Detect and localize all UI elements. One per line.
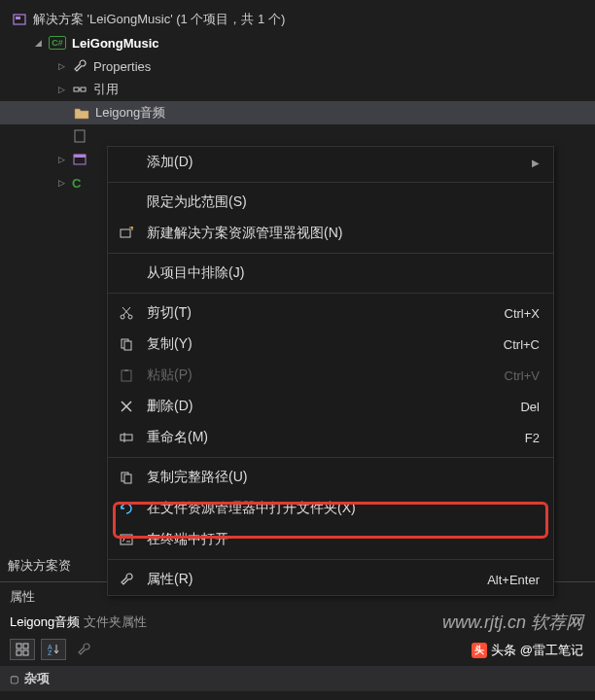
properties-category-misc[interactable]: ▢ 杂项: [0, 666, 595, 691]
properties-object-name: Leigong音频: [10, 614, 80, 629]
svg-point-10: [121, 315, 124, 319]
menu-shortcut: Alt+Enter: [487, 573, 540, 587]
properties-title: 属性: [10, 588, 35, 606]
menu-properties[interactable]: 属性(R) Alt+Enter: [108, 564, 553, 595]
menu-copy[interactable]: 复制(Y) Ctrl+C: [108, 329, 553, 360]
menu-shortcut: F2: [525, 431, 540, 445]
menu-label: 在终端中打开: [147, 531, 540, 548]
folder-node[interactable]: Leigong音频: [0, 101, 595, 124]
menu-new-view[interactable]: 新建解决方案资源管理器视图(N): [108, 218, 553, 249]
panel-label-truncated: 解决方案资: [8, 557, 71, 575]
c-label: C: [72, 176, 81, 191]
menu-label: 在文件资源管理器中打开文件夹(X): [147, 500, 540, 517]
menu-exclude[interactable]: 从项目中排除(J): [108, 258, 553, 289]
svg-rect-1: [16, 17, 20, 19]
menu-label: 限定为此范围(S): [147, 193, 540, 211]
svg-text:Z: Z: [48, 649, 52, 656]
csharp-badge-icon: C#: [49, 36, 66, 50]
menu-cut[interactable]: 剪切(T) Ctrl+X: [108, 298, 553, 329]
svg-rect-26: [23, 644, 28, 648]
menu-scope[interactable]: 限定为此范围(S): [108, 187, 553, 218]
project-node[interactable]: ◢ C# LeiGongMusic: [0, 31, 595, 54]
svg-point-11: [128, 315, 132, 319]
menu-label: 添加(D): [147, 154, 520, 171]
byline: 头 头条 @雷工笔记: [472, 642, 583, 659]
copy-icon: [118, 335, 135, 353]
svg-rect-25: [17, 644, 21, 648]
folder-label: Leigong音频: [95, 104, 165, 122]
menu-shortcut: Ctrl+C: [504, 337, 540, 352]
expander-icon[interactable]: ▷: [56, 85, 66, 94]
terminal-icon: [118, 531, 135, 548]
menu-label: 重命名(M): [147, 429, 513, 446]
wrench-icon: [118, 571, 135, 588]
menu-separator: [108, 457, 553, 458]
wrench-icon: [72, 58, 88, 74]
menu-open-folder[interactable]: 在文件资源管理器中打开文件夹(X): [108, 493, 553, 524]
category-label: 杂项: [24, 670, 50, 687]
project-label: LeiGongMusic: [72, 36, 159, 51]
menu-label: 粘贴(P): [147, 367, 493, 384]
delete-icon: [118, 398, 135, 415]
properties-object-type: 文件夹属性: [84, 614, 147, 629]
watermark-text: www.rjtj.cn 软荐网: [442, 611, 583, 634]
menu-label: 剪切(T): [147, 304, 493, 322]
menu-add[interactable]: 添加(D) ▶: [108, 147, 553, 178]
open-folder-icon: [118, 500, 135, 517]
svg-rect-16: [122, 370, 131, 381]
expander-icon[interactable]: ▷: [56, 155, 66, 164]
paste-icon: [118, 367, 135, 384]
solution-node[interactable]: 解决方案 'LeiGongMusic' (1 个项目，共 1 个): [0, 8, 595, 31]
menu-separator: [108, 559, 553, 560]
expand-icon[interactable]: ▢: [10, 674, 18, 684]
menu-label: 从项目中排除(J): [147, 264, 540, 282]
menu-label: 复制(Y): [147, 335, 492, 353]
expander-icon[interactable]: ▷: [56, 61, 66, 71]
menu-label: 属性(R): [147, 571, 475, 588]
expander-icon[interactable]: ◢: [33, 38, 43, 48]
form-icon: [72, 152, 88, 167]
menu-separator: [108, 253, 553, 254]
context-menu: 添加(D) ▶ 限定为此范围(S) 新建解决方案资源管理器视图(N) 从项目中排…: [107, 146, 554, 596]
menu-separator: [108, 293, 553, 294]
svg-rect-20: [121, 435, 132, 440]
tree-node-partial[interactable]: [0, 124, 595, 148]
references-node[interactable]: ▷ 引用: [0, 78, 595, 101]
file-icon: [72, 128, 88, 144]
solution-label: 解决方案 'LeiGongMusic' (1 个项目，共 1 个): [33, 11, 285, 28]
svg-rect-7: [74, 155, 86, 158]
svg-rect-17: [124, 369, 128, 371]
submenu-arrow-icon: ▶: [532, 158, 540, 168]
properties-label: Properties: [93, 59, 151, 74]
alphabetize-button[interactable]: AZ: [41, 639, 66, 660]
menu-rename[interactable]: 重命名(M) F2: [108, 422, 553, 453]
copy-icon: [118, 469, 135, 486]
toutiao-icon: 头: [472, 643, 487, 658]
svg-rect-2: [74, 88, 79, 91]
menu-delete[interactable]: 删除(D) Del: [108, 391, 553, 422]
svg-rect-23: [124, 474, 131, 483]
folder-icon: [74, 106, 89, 120]
svg-rect-28: [23, 650, 28, 655]
menu-paste: 粘贴(P) Ctrl+V: [108, 360, 553, 391]
menu-copy-path[interactable]: 复制完整路径(U): [108, 462, 553, 493]
menu-shortcut: Del: [520, 400, 540, 414]
expander-icon[interactable]: ▷: [56, 178, 66, 188]
cut-icon: [118, 304, 135, 322]
svg-rect-15: [124, 341, 131, 350]
new-view-icon: [118, 225, 135, 242]
wrench-icon: [76, 642, 91, 657]
svg-rect-8: [121, 229, 130, 237]
menu-terminal[interactable]: 在终端中打开: [108, 524, 553, 555]
categorize-button[interactable]: [10, 639, 35, 660]
menu-separator: [108, 182, 553, 183]
rename-icon: [118, 429, 135, 446]
properties-panel: 属性 Leigong音频 文件夹属性 AZ ▢ 杂项: [0, 581, 595, 691]
svg-rect-5: [75, 130, 85, 142]
references-icon: [72, 82, 88, 97]
svg-line-12: [123, 307, 130, 315]
menu-label: 新建解决方案资源管理器视图(N): [147, 225, 540, 242]
svg-rect-3: [81, 88, 86, 91]
menu-label: 复制完整路径(U): [147, 469, 540, 486]
properties-node[interactable]: ▷ Properties: [0, 54, 595, 78]
